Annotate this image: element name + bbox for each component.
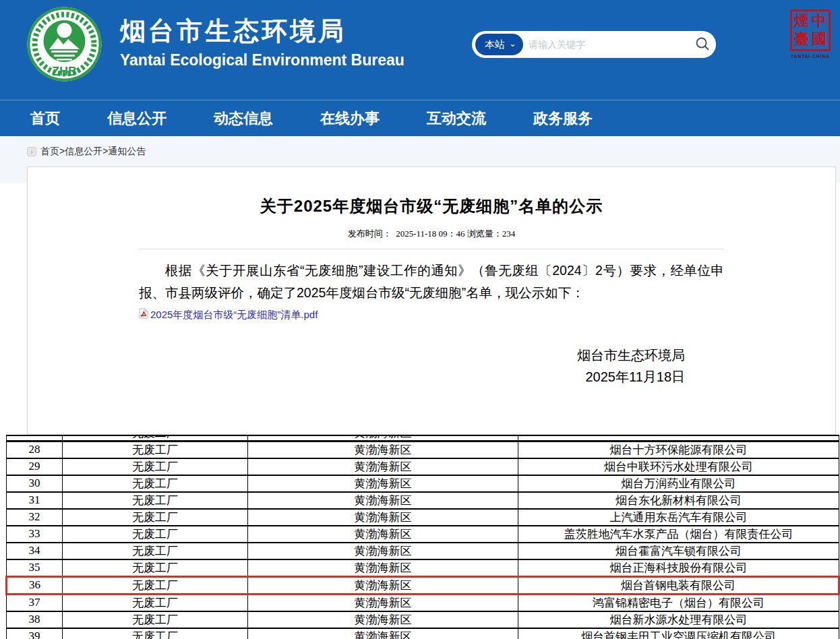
table-cell-district: 黄渤海新区 xyxy=(248,435,518,441)
table-cell-num: 34 xyxy=(7,543,63,559)
signature-org: 烟台市生态环境局 xyxy=(139,344,685,366)
site-title-zh: 烟台市生态环境局 xyxy=(120,16,404,46)
site-title-en: Yantai Ecological Environment Bureau xyxy=(120,49,404,71)
article-card: 关于2025年度烟台市级“无废细胞”名单的公示 发布时间： 2025-11-18… xyxy=(27,166,836,435)
table-cell-type: 无废工厂 xyxy=(63,628,248,639)
nav-item-6[interactable]: 政务服务 xyxy=(533,109,593,129)
table-cell-district: 黄渤海新区 xyxy=(248,611,518,628)
table-cell-num: 36 xyxy=(7,576,63,594)
table-cell-num: 29 xyxy=(7,458,63,475)
table-row: 29无废工厂黄渤海新区烟台中联环污水处理有限公司 xyxy=(7,458,839,475)
table-cell-district: 黄渤海新区 xyxy=(248,492,518,509)
nav-item-1[interactable]: 首页 xyxy=(30,109,60,129)
table-cell-company: 烟台霍富汽车锁有限公司 xyxy=(518,543,839,559)
table-cell-num: 28 xyxy=(7,441,63,458)
search-scope-select[interactable]: 本站 ⌄ xyxy=(475,34,523,55)
nav-item-3[interactable]: 动态信息 xyxy=(214,109,273,129)
table-cell-type: 无废工厂 xyxy=(63,458,248,475)
seal-char: 國 xyxy=(810,30,828,49)
table-cell-company: 烟台十方环保能源有限公司 xyxy=(518,441,839,458)
seal-char: 煙 xyxy=(793,12,810,30)
table-cell-company xyxy=(518,435,839,441)
seal-char: 中 xyxy=(810,12,828,30)
table-cell-type: 无废工厂 xyxy=(63,559,248,577)
table-cell-type: 无废工厂 xyxy=(63,543,248,559)
table-cell-num: 33 xyxy=(7,526,63,543)
table-cell-type: 无废工厂 xyxy=(63,594,248,611)
seal-char: 臺 xyxy=(793,30,810,49)
table-row: 37无废工厂黄渤海新区鸿富锦精密电子（烟台）有限公司 xyxy=(7,594,839,611)
signature-date: 2025年11月18日 xyxy=(139,366,685,388)
attachment-pdf-link[interactable]: 2025年度烟台市级“无废细胞”清单.pdf xyxy=(150,309,318,322)
table-cell-type: 无废工厂 xyxy=(63,441,248,458)
table-cell-company: 烟台正海科技股份有限公司 xyxy=(518,559,839,577)
article-paragraph: 根据《关于开展山东省“无废细胞”建设工作的通知》（鲁无废组〔2024〕2号）要求… xyxy=(139,260,724,304)
table-cell-district: 黄渤海新区 xyxy=(248,594,518,611)
search-icon xyxy=(694,36,711,54)
table-cell-district: 黄渤海新区 xyxy=(248,559,518,577)
table-row: 33无废工厂黄渤海新区盖茨胜地汽车水泵产品（烟台）有限责任公司 xyxy=(7,526,839,543)
table-row: 30无废工厂黄渤海新区烟台万润药业有限公司 xyxy=(7,475,839,492)
chevron-down-icon: ⌄ xyxy=(509,39,516,48)
bureau-logo-icon: ZHB xyxy=(26,5,103,83)
search-bar: 本站 ⌄ xyxy=(472,31,716,58)
table-row: 36无废工厂黄渤海新区烟台首钢电装有限公司 xyxy=(7,576,839,594)
article-meta: 发布时间： 2025-11-18 09：46 浏览量：234 xyxy=(139,228,724,240)
table-cell-num: 31 xyxy=(7,492,63,509)
search-input[interactable] xyxy=(523,39,689,50)
pdf-icon xyxy=(139,308,148,322)
table-cell-company: 烟台东化新材料有限公司 xyxy=(518,492,839,509)
table-cell-company: 烟台首钢电装有限公司 xyxy=(518,576,839,594)
table-cell-type: 无废工厂 xyxy=(63,492,248,509)
table-cell-district: 黄渤海新区 xyxy=(248,628,518,639)
article-title: 关于2025年度烟台市级“无废细胞”名单的公示 xyxy=(139,167,724,217)
table-row: 38无废工厂黄渤海新区烟台新水源水处理有限公司 xyxy=(7,611,839,628)
table-cell-type: 无废工厂 xyxy=(63,435,248,441)
main-nav: 首页信息公开动态信息在线办事互动交流政务服务 xyxy=(0,100,840,136)
table-cell-district: 黄渤海新区 xyxy=(248,475,518,492)
nav-item-5[interactable]: 互动交流 xyxy=(427,109,486,129)
table-cell-company: 鸿富锦精密电子（烟台）有限公司 xyxy=(518,594,839,611)
table-cell-type: 无废工厂 xyxy=(63,526,248,543)
table-cell-num: 35 xyxy=(7,559,63,577)
table-cell-district: 黄渤海新区 xyxy=(248,458,518,475)
table-row: 31无废工厂黄渤海新区烟台东化新材料有限公司 xyxy=(7,492,839,509)
breadcrumb-arrow-icon: › xyxy=(27,147,36,156)
divider xyxy=(139,249,724,249)
table-cell-company: 烟台中联环污水处理有限公司 xyxy=(518,458,839,475)
search-scope-label: 本站 xyxy=(485,38,505,51)
table-cell-type: 无废工厂 xyxy=(63,475,248,492)
table-cell-type: 无废工厂 xyxy=(63,509,248,526)
site-header: ZHB 烟台市生态环境局 Yantai Ecological Environme… xyxy=(0,0,840,100)
table-row: 无废工厂黄渤海新区 xyxy=(7,435,839,441)
table-cell-company: 烟台首钢丰田工业空调压缩机有限公司 xyxy=(518,628,839,639)
nav-item-4[interactable]: 在线办事 xyxy=(320,109,380,129)
table-row: 28无废工厂黄渤海新区烟台十方环保能源有限公司 xyxy=(7,441,839,458)
table-cell-company: 盖茨胜地汽车水泵产品（烟台）有限责任公司 xyxy=(518,526,839,543)
table-cell-num: 32 xyxy=(7,509,63,526)
table-cell-type: 无废工厂 xyxy=(63,611,248,628)
table-cell-district: 黄渤海新区 xyxy=(248,441,518,458)
table-row: 39无废工厂黄渤海新区烟台首钢丰田工业空调压缩机有限公司 xyxy=(7,628,839,639)
table-cell-company: 烟台万润药业有限公司 xyxy=(518,475,839,492)
table-cell-num: 39 xyxy=(7,628,63,639)
search-button[interactable] xyxy=(689,31,716,58)
wuwei-cell-list-table: 无废工厂黄渤海新区28无废工厂黄渤海新区烟台十方环保能源有限公司29无废工厂黄渤… xyxy=(5,435,840,639)
table-cell-district: 黄渤海新区 xyxy=(248,509,518,526)
table-cell-district: 黄渤海新区 xyxy=(248,543,518,559)
nav-item-2[interactable]: 信息公开 xyxy=(107,109,167,129)
yantai-china-seal: 煙中臺國 YANTAI·CHINA xyxy=(789,9,832,59)
table-row: 32无废工厂黄渤海新区上汽通用东岳汽车有限公司 xyxy=(7,509,839,526)
breadcrumb[interactable]: › 首页>信息公开>通知公告 xyxy=(0,136,840,158)
table-row: 34无废工厂黄渤海新区烟台霍富汽车锁有限公司 xyxy=(7,543,839,559)
table-cell-type: 无废工厂 xyxy=(63,576,248,594)
table-cell-num: 30 xyxy=(7,475,63,492)
table-cell-num: 38 xyxy=(7,611,63,628)
breadcrumb-text: 首页>信息公开>通知公告 xyxy=(40,146,146,158)
table-cell-district: 黄渤海新区 xyxy=(248,526,518,543)
table-cell-company: 烟台新水源水处理有限公司 xyxy=(518,611,839,628)
table-cell-num xyxy=(7,435,63,441)
seal-icon: 煙中臺國 xyxy=(790,9,831,51)
seal-caption: YANTAI·CHINA xyxy=(789,54,832,59)
svg-text:ZHB: ZHB xyxy=(52,65,77,78)
